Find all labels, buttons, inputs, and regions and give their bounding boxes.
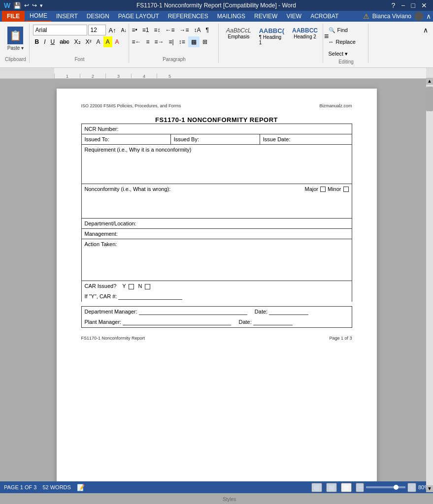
increase-indent-button[interactable]: →≡	[177, 25, 191, 35]
close-button[interactable]: ✕	[419, 1, 429, 9]
shading-button[interactable]: ▩	[188, 36, 200, 47]
replace-button[interactable]: ↔ Replace	[327, 36, 366, 47]
dept-location-label: Department/Location:	[85, 220, 136, 226]
web-layout-view-button[interactable]: ▦	[326, 483, 337, 492]
action-taken-label: Action Taken:	[85, 241, 117, 247]
highlight-button[interactable]: A	[103, 36, 112, 47]
ribbon-collapse-btn[interactable]: ∧	[426, 12, 431, 20]
quick-access-undo[interactable]: ↩	[24, 2, 29, 9]
user-avatar[interactable]	[414, 12, 423, 21]
dept-manager-signature[interactable]	[139, 309, 247, 315]
justify-button[interactable]: ≡|	[167, 36, 176, 47]
text-effects-button[interactable]: A	[95, 36, 102, 47]
paste-dropdown[interactable]: Paste ▾	[7, 45, 24, 51]
minimize-button[interactable]: −	[399, 1, 407, 9]
view-tab[interactable]: VIEW	[282, 11, 305, 22]
zoom-slider-thumb[interactable]	[394, 485, 399, 490]
strikethrough-button[interactable]: abc	[58, 36, 71, 47]
issue-date-cell: Issue Date:	[260, 134, 352, 145]
design-tab[interactable]: DESIGN	[83, 11, 113, 22]
para-section: ≡• ≡1 ≡↕ ←≡ →≡ ↕A ¶ ≡← ≡ ≡→ ≡| ↕≡ ▩ ⊞	[130, 25, 219, 47]
vertical-scrollbar[interactable]: ▲ ▼	[426, 79, 433, 481]
car-y-checkbox[interactable]	[129, 284, 134, 289]
style-heading1[interactable]: AABBC( ¶ Heading 1	[256, 26, 288, 47]
find-button[interactable]: 🔍 Find	[327, 25, 366, 35]
font-color-button[interactable]: A	[113, 36, 121, 47]
car-number-field[interactable]	[118, 293, 182, 300]
help-button[interactable]: ?	[390, 1, 398, 9]
ruler-marks: 1 2 3 4 5	[54, 68, 426, 79]
insert-tab[interactable]: INSERT	[52, 11, 82, 22]
acrobat-tab[interactable]: ACROBAT	[306, 11, 342, 22]
car-n-checkbox[interactable]	[145, 284, 150, 289]
decrease-indent-button[interactable]: ←≡	[163, 25, 176, 35]
management-cell: Management:	[81, 229, 352, 239]
style-heading2[interactable]: AABBCC Heading 2	[289, 26, 321, 47]
multilevel-button[interactable]: ≡↕	[152, 25, 162, 35]
dept-manager-date-label: Date:	[255, 309, 267, 315]
car-issued-row: CAR Issued? Y N	[81, 281, 352, 291]
editing-section: 🔍 Find ↔ Replace Select ▾	[327, 25, 366, 59]
title-bar-left: W 💾 ↩ ↪ ▾	[4, 1, 43, 9]
user-name[interactable]: Bianca Viviano	[372, 13, 411, 20]
dept-manager-date-field[interactable]	[269, 309, 308, 315]
read-mode-view-button[interactable]: ▥	[341, 483, 352, 492]
paste-button[interactable]: 📋	[7, 27, 23, 44]
ruler-3: 3	[105, 74, 131, 79]
review-tab[interactable]: REVIEW	[250, 11, 281, 22]
italic-button[interactable]: I	[42, 36, 47, 47]
references-tab[interactable]: REFERENCES	[164, 11, 212, 22]
home-tab[interactable]: HOME	[26, 11, 51, 22]
font-name-input[interactable]	[33, 25, 87, 35]
zoom-slider[interactable]	[366, 486, 405, 488]
scroll-up-button[interactable]: ▲	[426, 79, 433, 85]
management-label: Management:	[85, 231, 118, 237]
grow-font-button[interactable]: A↑	[107, 25, 118, 35]
ribbon: 📋 Paste ▾ Clipboard A↑ A↓ B I U abc X₂ X…	[0, 22, 433, 68]
warning-icon: ⚠	[363, 12, 369, 20]
align-right-button[interactable]: ≡→	[153, 36, 166, 47]
style-emphasis-name: Emphasis	[228, 34, 249, 39]
ncr-number-cell: NCR Number:	[81, 124, 352, 134]
font-size-input[interactable]	[88, 25, 106, 35]
zoom-out-button[interactable]: −	[356, 483, 365, 492]
requirement-row: Requirement (i.e., Why it is a nonconfor…	[81, 145, 352, 184]
dept-manager-cell: Department Manager: Date:	[81, 307, 352, 317]
status-bar-right: ▤ ▦ ▥ − + 80%	[311, 483, 429, 492]
page-header: ISO 22000 FSMS Policies, Procedures, and…	[81, 103, 352, 108]
footer-right: Page 1 of 3	[329, 336, 352, 341]
file-menu[interactable]: FILE	[2, 11, 25, 22]
align-left-button[interactable]: ≡←	[130, 36, 143, 47]
line-spacing-button[interactable]: ↕≡	[177, 36, 187, 47]
bold-button[interactable]: B	[33, 36, 41, 47]
document-area: ISO 22000 FSMS Policies, Procedures, and…	[0, 79, 433, 481]
minor-checkbox[interactable]	[343, 187, 349, 192]
subscript-button[interactable]: X₂	[72, 36, 83, 47]
numbering-button[interactable]: ≡1	[140, 25, 151, 35]
mailings-tab[interactable]: MAILINGS	[213, 11, 249, 22]
major-checkbox[interactable]	[320, 187, 326, 192]
print-layout-view-button[interactable]: ▤	[311, 483, 322, 492]
page-layout-tab[interactable]: PAGE LAYOUT	[114, 11, 163, 22]
shrink-font-button[interactable]: A↓	[119, 25, 129, 35]
quick-access-redo[interactable]: ↪	[32, 2, 37, 9]
sort-button[interactable]: ↕A	[192, 25, 202, 35]
plant-manager-date-field[interactable]	[253, 319, 293, 325]
quick-access-save[interactable]: 💾	[13, 2, 21, 9]
underline-button[interactable]: U	[49, 36, 57, 47]
bullets-button[interactable]: ≡•	[130, 25, 139, 35]
style-emphasis[interactable]: AaBbCcL Emphasis	[223, 26, 255, 47]
scroll-thumb[interactable]	[426, 87, 433, 111]
borders-button[interactable]: ⊞	[200, 36, 209, 47]
zoom-in-button[interactable]: +	[407, 483, 416, 492]
plant-manager-signature[interactable]	[123, 319, 231, 325]
header-left: ISO 22000 FSMS Policies, Procedures, and…	[81, 103, 181, 108]
ribbon-collapse-chevron[interactable]: ∧	[421, 25, 430, 35]
select-button[interactable]: Select ▾	[327, 48, 366, 59]
car-issued-cell: CAR Issued? Y N	[81, 281, 352, 291]
align-center-button[interactable]: ≡	[144, 36, 152, 47]
restore-button[interactable]: □	[409, 1, 417, 9]
superscript-button[interactable]: X²	[84, 36, 94, 47]
car-y-label: Y	[122, 283, 126, 289]
show-hide-button[interactable]: ¶	[203, 25, 210, 35]
